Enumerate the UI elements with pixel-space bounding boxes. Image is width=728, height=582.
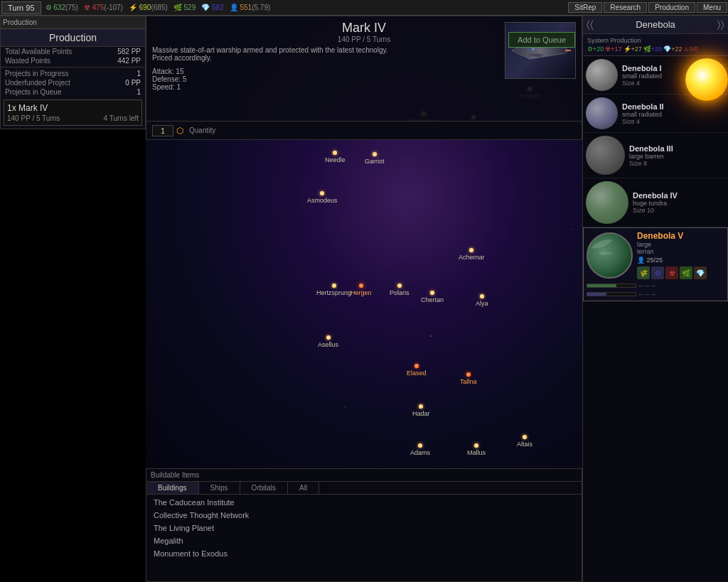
star-label: Polaris	[390, 289, 410, 296]
planet-denebola-5-selected[interactable]: Denebola V large terran 👤 25/25 🌾 ⚙ ☢ 🌿 …	[583, 227, 728, 301]
quantity-icon: ⬡	[176, 126, 183, 136]
star-label: Mallus	[467, 449, 486, 456]
star-dot	[480, 294, 484, 298]
star-label: Hadar	[412, 410, 430, 417]
star-hergen[interactable]: Hergen	[350, 284, 372, 296]
menu-button[interactable]: Menu	[697, 2, 727, 13]
sun-visual	[685, 58, 728, 101]
tab-orbitals[interactable]: Orbitals	[240, 482, 288, 494]
right-panel: 〈〈 Denebola 〉〉 System Production ⚙+20 ☢+…	[582, 16, 728, 582]
production-button[interactable]: Production	[648, 2, 695, 13]
tab-ships[interactable]: Ships	[199, 482, 240, 494]
star-hertzsprung[interactable]: Hertzsprung	[316, 284, 351, 296]
planet-info-4: Denebola IV huge tundra Size 10	[633, 191, 725, 214]
left-panel-title: Production	[1, 16, 145, 29]
star-altais[interactable]: Altais	[517, 435, 532, 448]
res-influence: 💎+22	[663, 45, 682, 53]
buildable-list: The Caducean Institute Collective Though…	[146, 495, 582, 573]
star-label: Hergen	[350, 289, 372, 296]
tab-all[interactable]: All	[288, 482, 319, 494]
star-label: Garriot	[365, 158, 385, 165]
research-button[interactable]: Research	[604, 2, 647, 13]
coin-icon: 💎	[694, 266, 707, 279]
star-label: Needle	[325, 156, 346, 163]
star-dot	[469, 248, 473, 252]
sitrep-button[interactable]: SitRep	[568, 2, 602, 13]
buildable-tabs: Buildings Ships Orbitals All	[146, 482, 582, 495]
planet-denebola-4[interactable]: Denebola IV huge tundra Size 10	[583, 178, 728, 227]
queue-item-info: 140 PP / 5 Turns 4 Turns left	[7, 114, 139, 122]
bg-star	[430, 335, 432, 337]
star-tallna[interactable]: Tallna	[460, 372, 477, 385]
star-dot-orange	[466, 372, 471, 377]
nav-prev-arrow[interactable]: 〈〈	[583, 16, 597, 33]
star-label: Achernar	[459, 254, 485, 261]
list-item[interactable]: The Living Planet	[149, 522, 579, 534]
star-dot	[397, 284, 402, 288]
star-label: Adams	[410, 449, 430, 456]
star-label: Alya	[476, 300, 488, 307]
star-chertan[interactable]: Chertan	[421, 291, 444, 303]
queue-item[interactable]: 1x Mark IV 140 PP / 5 Turns 4 Turns left	[4, 99, 142, 126]
star-label: Hertzsprung	[316, 289, 351, 296]
star-label: Asellus	[318, 341, 338, 348]
denebola-v-meters: -- -- -- -- -- --	[587, 282, 724, 298]
star-asellus[interactable]: Asellus	[318, 335, 338, 348]
denebola-v-population: 👤 25/25	[637, 257, 724, 264]
planet-visual-1	[586, 59, 618, 91]
planet-visual-2	[586, 97, 618, 129]
denebola-v-header: Denebola V large terran 👤 25/25 🌾 ⚙ ☢ 🌿 …	[587, 231, 724, 279]
leaf-icon: 🌿	[680, 266, 692, 279]
queue-item-name: 1x Mark IV	[7, 103, 139, 113]
res-research: 🌿+20	[643, 45, 662, 53]
quantity-label: Quantity	[189, 126, 215, 134]
meter-row: -- -- --	[587, 282, 724, 289]
star-needle[interactable]: Needle	[325, 151, 346, 163]
list-item[interactable]: The Caducean Institute	[149, 496, 579, 509]
star-dot	[326, 335, 331, 340]
quantity-input[interactable]	[152, 125, 173, 136]
star-adams[interactable]: Adams	[410, 443, 430, 456]
star-label: Tallna	[460, 378, 477, 385]
star-dot	[474, 443, 478, 448]
tab-buildings[interactable]: Buildings	[146, 482, 199, 494]
resource-research: 🌿 529	[171, 4, 198, 11]
left-panel: Production Production Total Available Po…	[0, 16, 146, 129]
food-icon: 🌾	[637, 266, 650, 279]
star-garriot[interactable]: Garriot	[365, 152, 385, 165]
res-ships: ⚔0/0	[683, 45, 698, 53]
list-item[interactable]: Collective Thought Network	[149, 509, 579, 522]
bg-star	[572, 229, 573, 230]
fire-icon: ☢	[665, 266, 678, 279]
star-achernar[interactable]: Achernar	[459, 248, 485, 261]
underfunded-row: Underfunded Project 0 PP	[1, 78, 145, 87]
denebola-v-type: large terran	[637, 241, 724, 255]
gear-icon: ⚙	[651, 266, 664, 279]
production-header: Production	[1, 29, 145, 47]
star-hadar[interactable]: Hadar	[412, 404, 430, 417]
buildable-title: Buildable Items	[146, 469, 582, 482]
wasted-points-row: Wasted Points 442 PP	[1, 56, 145, 65]
svg-point-4	[532, 48, 535, 50]
planet-denebola-3[interactable]: Denebola III large barren Size 8	[583, 133, 728, 178]
add-to-queue-button[interactable]: Add to Queue	[508, 32, 575, 48]
projects-in-progress-row: Projects in Progress 1	[1, 69, 145, 78]
nav-next-arrow[interactable]: 〉〉	[714, 16, 728, 33]
star-mallus[interactable]: Mallus	[467, 443, 486, 456]
star-asmodeus[interactable]: Asmodeus	[307, 191, 338, 204]
resource-food: ⚙ 632 (75)	[43, 4, 81, 11]
planet-info-2: Denebola II small radiated Size 4	[622, 102, 725, 125]
ship-image	[505, 22, 576, 79]
list-item[interactable]: Monument to Exodus	[149, 547, 579, 560]
res-industry: ☢+17	[605, 45, 621, 53]
star-dot	[373, 152, 377, 156]
star-dot	[419, 404, 423, 409]
star-alya[interactable]: Alya	[476, 294, 488, 307]
list-item[interactable]: Megalith	[149, 534, 579, 547]
res-energy: ⚡+27	[623, 45, 642, 53]
meter-row-2: -- -- --	[587, 291, 724, 298]
resource-influence: 💎 582	[198, 4, 226, 11]
star-elased[interactable]: Elased	[407, 364, 427, 377]
planet-info-3: Denebola III large barren Size 8	[629, 144, 725, 167]
star-polaris[interactable]: Polaris	[390, 284, 410, 296]
